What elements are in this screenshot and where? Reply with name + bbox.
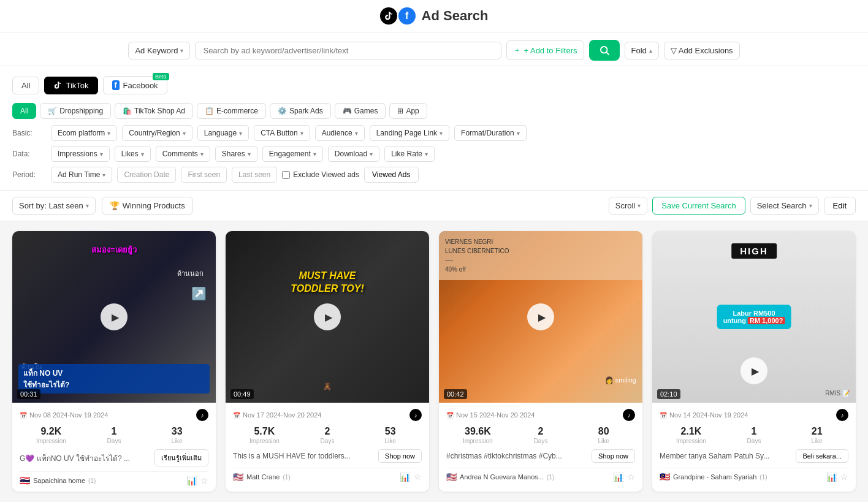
cat-tab-tiktokshop[interactable]: 🛍️ TikTok Shop Ad [115, 103, 193, 119]
creation-date-input[interactable]: Creation Date [117, 167, 176, 183]
dropshipping-icon: 🛒 [48, 107, 57, 115]
chart-icon-3[interactable]: 📊 [613, 472, 623, 482]
platform-tab-all[interactable]: All [12, 77, 39, 94]
landing-page-select[interactable]: Landing Page Link▾ [370, 125, 449, 141]
ad-run-time-select[interactable]: Ad Run Time▾ [51, 167, 112, 183]
plus-icon: ＋ [513, 45, 521, 56]
card-body-1: 📅 Nov 08 2024-Nov 19 2024 ♪ 9.2K Impress… [12, 403, 216, 492]
cat-tab-all[interactable]: All [12, 103, 36, 119]
download-select[interactable]: Download▾ [328, 146, 379, 162]
language-select[interactable]: Language▾ [197, 125, 249, 141]
star-icon-2[interactable]: ☆ [414, 472, 422, 482]
star-icon-4[interactable]: ☆ [840, 472, 848, 482]
likes-value-2: 53 [359, 426, 422, 437]
chart-icon-4[interactable]: 📊 [826, 472, 837, 482]
cta-button-4[interactable]: Beli sekara... [796, 449, 848, 463]
impressions-select[interactable]: Impressions▾ [51, 146, 110, 162]
like-rate-select[interactable]: Like Rate▾ [384, 146, 435, 162]
audience-select[interactable]: Audience▾ [315, 125, 365, 141]
play-button-1[interactable] [101, 303, 128, 330]
sort-dropdown[interactable]: Sort by: Last seen ▾ [12, 197, 96, 215]
date-range-2: Nov 17 2024-Nov 20 2024 [243, 411, 321, 419]
cta-button-2[interactable]: Shop now [378, 449, 422, 463]
impression-label-4: Impression [660, 438, 723, 444]
days-label-4: Days [723, 438, 786, 444]
video-duration-4: 02:10 [657, 389, 680, 399]
video-thumb-3[interactable]: VIERNES NEGRILUNES CIBERNETICO----40% of… [439, 231, 642, 403]
platform-icon-4: ♪ [836, 409, 848, 421]
basic-filter-label: Basic: [12, 129, 46, 137]
stats-row-3: 39.6K Impression 2 Days 80 Like [446, 426, 635, 444]
trophy-icon: 🏆 [110, 201, 120, 210]
cta-button-select[interactable]: CTA Button▾ [254, 125, 310, 141]
cat-tab-games[interactable]: 🎮 Games [335, 103, 386, 119]
impression-label-2: Impression [233, 438, 296, 444]
star-icon-1[interactable]: ☆ [200, 476, 208, 485]
edit-button[interactable]: Edit [824, 197, 856, 215]
app-icons: f [380, 7, 416, 25]
play-button-4[interactable] [740, 357, 767, 384]
cat-tab-ecommerce[interactable]: 📋 E-commerce [197, 103, 266, 119]
comments-select[interactable]: Comments▾ [156, 146, 210, 162]
likes-stat-4: 21 Like [785, 426, 848, 444]
flag-icon-3: 🇺🇸 [446, 472, 457, 482]
platform-icon-1: ♪ [196, 409, 208, 421]
last-seen-input[interactable]: Last seen [232, 167, 277, 183]
exclude-viewed-checkbox[interactable]: Exclude Viewed ads [282, 170, 359, 179]
likes-stat-1: 33 Like [145, 426, 208, 444]
chevron-icon: ▾ [200, 151, 204, 158]
format-duration-select[interactable]: Format/Duration▾ [454, 125, 527, 141]
days-stat-2: 2 Days [296, 426, 359, 444]
likes-label-1: Like [145, 438, 208, 444]
cat-tab-app[interactable]: ⊞ App [389, 103, 427, 119]
first-seen-input[interactable]: First seen [181, 167, 227, 183]
platform-tab-tiktok[interactable]: TikTok [44, 77, 97, 94]
scroll-dropdown[interactable]: Scroll ▾ [609, 197, 648, 215]
shares-select[interactable]: Shares▾ [215, 146, 257, 162]
results-left: Sort by: Last seen ▾ 🏆 Winning Products [12, 197, 193, 215]
fold-button[interactable]: Fold ▴ [625, 42, 659, 59]
engagement-select[interactable]: Engagement▾ [262, 146, 323, 162]
ad-description-2: This is a MUSH HAVE for toddlers... [233, 452, 378, 460]
platform-tab-facebook[interactable]: f Facebook Beta [103, 76, 167, 94]
tiktok-logo-icon [380, 7, 397, 25]
winning-products-button[interactable]: 🏆 Winning Products [102, 197, 193, 215]
add-filters-button[interactable]: ＋ + Add to Filters [506, 40, 584, 60]
likes-select[interactable]: Likes▾ [115, 146, 151, 162]
keyword-dropdown[interactable]: Ad Keyword ▾ [128, 42, 190, 59]
ecom-platform-select[interactable]: Ecom platform▾ [51, 125, 117, 141]
video-thumb-1[interactable]: สมอง=เดยยู้ว ด้านนอก ↗️ ด้านใน แท็ก NO U… [12, 231, 216, 403]
platform-icon-2: ♪ [409, 409, 422, 421]
category-tabs: All 🛒 Dropshipping 🛍️ TikTok Shop Ad 📋 E… [12, 99, 856, 123]
chevron-icon: ▾ [248, 151, 251, 158]
advertiser-row-1: 🇹🇭 Sapaichina home (1) 📊 ☆ [20, 471, 208, 485]
likes-label-2: Like [359, 438, 422, 444]
impression-value-1: 9.2K [20, 426, 83, 437]
save-search-button[interactable]: Save Current Search [652, 197, 745, 215]
keyword-chevron-icon: ▾ [180, 47, 183, 54]
filters-area: All TikTok f Facebook Beta All 🛒 Dropshi… [0, 66, 868, 191]
chart-icon-2[interactable]: 📊 [400, 472, 410, 482]
flag-icon-2: 🇺🇸 [233, 472, 243, 482]
select-search-dropdown[interactable]: Select Search ▾ [750, 197, 819, 215]
chart-icon-1[interactable]: 📊 [186, 476, 197, 485]
viewed-ads-button[interactable]: Viewed Ads [364, 167, 419, 183]
cta-button-3[interactable]: Shop now [592, 449, 635, 463]
cat-tab-dropshipping[interactable]: 🛒 Dropshipping [40, 103, 111, 119]
search-input[interactable] [203, 46, 493, 55]
scroll-label: Scroll [615, 201, 636, 210]
video-thumb-2[interactable]: MUST HAVETODDLER TOY! 🧸 00:49 [226, 231, 429, 403]
cat-tab-sparkads[interactable]: ⚙️ Spark Ads [270, 103, 331, 119]
search-go-button[interactable] [589, 40, 620, 61]
chevron-icon: ▾ [141, 151, 144, 158]
cta-button-1[interactable]: เรียนรู้เพิ่มเติม [154, 449, 208, 466]
add-exclusions-button[interactable]: ▽ Add Exclusions [664, 42, 740, 59]
country-region-select[interactable]: Country/Region▾ [122, 125, 192, 141]
card-body-2: 📅 Nov 17 2024-Nov 20 2024 ♪ 5.7K Impress… [226, 403, 429, 488]
video-thumb-4[interactable]: HIGH Labur RM500untung RM 1,000? RMIS 📝 … [652, 231, 856, 403]
advertiser-actions-3: 📊 ☆ [613, 472, 635, 482]
star-icon-3[interactable]: ☆ [627, 472, 635, 482]
play-button-2[interactable] [314, 303, 341, 330]
play-button-3[interactable] [527, 303, 554, 330]
svg-point-0 [601, 47, 607, 53]
